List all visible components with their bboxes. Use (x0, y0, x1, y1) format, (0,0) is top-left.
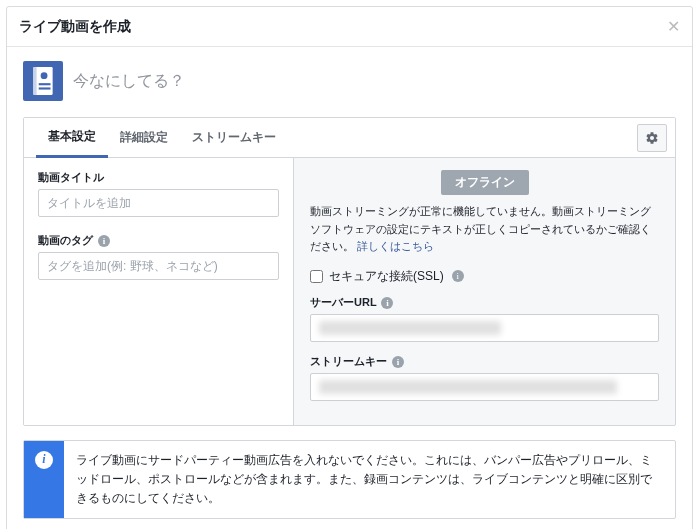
server-url-field[interactable] (310, 314, 659, 342)
settings-gear-button[interactable] (637, 124, 667, 152)
svg-rect-1 (33, 67, 36, 95)
stream-key-field[interactable] (310, 373, 659, 401)
video-tags-label: 動画のタグ i (38, 233, 279, 248)
ssl-label: セキュアな接続(SSL) (329, 268, 444, 285)
offline-badge: オフライン (441, 170, 529, 195)
notice-text: ライブ動画にサードパーティー動画広告を入れないでください。これには、バンパー広告… (76, 441, 675, 519)
stream-status-text: 動画ストリーミングが正常に機能していません。動画ストリーミングソフトウェアの設定… (310, 203, 659, 256)
tab-basic[interactable]: 基本設定 (36, 118, 108, 158)
tab-streamkey[interactable]: ストリームキー (180, 119, 288, 156)
dialog-title: ライブ動画を作成 (19, 18, 131, 36)
info-icon[interactable]: i (452, 270, 464, 282)
blurred-content (319, 380, 617, 394)
tab-advanced[interactable]: 詳細設定 (108, 119, 180, 156)
server-url-label: サーバーURL i (310, 295, 659, 310)
page-avatar-icon (30, 66, 56, 96)
blurred-content (319, 321, 501, 335)
tabs-bar: 基本設定 詳細設定 ストリームキー (24, 118, 675, 158)
info-icon[interactable]: i (381, 297, 393, 309)
video-title-input[interactable] (38, 189, 279, 217)
dialog-header: ライブ動画を作成 ✕ (7, 7, 692, 47)
ssl-checkbox[interactable] (310, 270, 323, 283)
notice-box: i ライブ動画にサードパーティー動画広告を入れないでください。これには、バンパー… (23, 440, 676, 520)
settings-pane: 基本設定 詳細設定 ストリームキー 動画タイトル 動画のタグ i (23, 117, 676, 426)
right-column: オフライン 動画ストリーミングが正常に機能していません。動画ストリーミングソフト… (294, 158, 675, 425)
info-icon[interactable]: i (392, 356, 404, 368)
stream-key-label: ストリームキー i (310, 354, 659, 369)
video-title-label: 動画タイトル (38, 170, 279, 185)
video-tags-input[interactable] (38, 252, 279, 280)
close-icon[interactable]: ✕ (667, 17, 680, 36)
left-column: 動画タイトル 動画のタグ i (24, 158, 294, 425)
gear-icon (645, 131, 659, 145)
composer-row: 今なにしてる？ (7, 47, 692, 117)
learn-more-link[interactable]: 詳しくはこちら (357, 240, 434, 252)
svg-rect-3 (39, 83, 51, 85)
avatar (23, 61, 63, 101)
info-icon[interactable]: i (98, 235, 110, 247)
svg-point-2 (41, 72, 48, 79)
notice-icon-strip: i (24, 441, 64, 519)
info-icon: i (35, 451, 53, 469)
svg-rect-4 (39, 87, 51, 89)
live-video-dialog: ライブ動画を作成 ✕ 今なにしてる？ 基本設定 詳細設定 ストリームキー (6, 6, 693, 529)
composer-prompt[interactable]: 今なにしてる？ (73, 71, 185, 92)
